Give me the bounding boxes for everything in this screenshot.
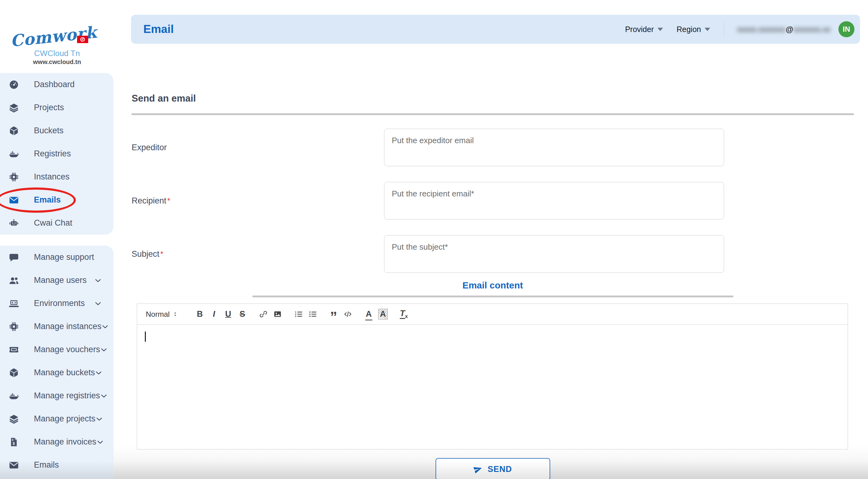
send-row: SEND [132, 458, 854, 479]
region-dropdown-label: Region [677, 25, 701, 34]
svg-text:$: $ [13, 441, 15, 445]
toolbar-clean-button[interactable]: Tx [397, 307, 411, 321]
section-title: Send an email [132, 93, 854, 104]
expeditor-label: Expeditor [132, 143, 384, 152]
robot-icon [9, 218, 19, 229]
subject-input[interactable] [384, 235, 724, 273]
user-email: xxxxx.xxxxxxx @ xxxxxxx.xx [737, 25, 830, 34]
toolbar-blockquote-button[interactable]: ” [327, 307, 341, 321]
toolbar-underline-button[interactable]: U [221, 307, 235, 321]
sidebar-item-label: Registries [34, 149, 71, 159]
sidebar-item-label: Emails [34, 195, 61, 205]
sidebar-item-label: Manage users [34, 275, 87, 285]
sidebar-item-dashboard[interactable]: Dashboard [0, 73, 114, 96]
sidebar-item-label: Projects [34, 103, 64, 112]
sidebar-item-label: Environments [34, 299, 85, 308]
caret-down-icon [657, 28, 663, 31]
sidebar-item-manage-support[interactable]: Manage support [0, 246, 114, 269]
sidebar-admin-nav: Manage supportManage usersEnvironmentsMa… [0, 246, 114, 479]
toolbar-link-button[interactable] [256, 307, 270, 321]
sidebar-item-manage-registries[interactable]: Manage registries [0, 384, 114, 407]
required-asterisk: * [160, 250, 163, 258]
toolbar-background-button[interactable]: A [376, 307, 390, 321]
toolbar-color-button[interactable]: A [362, 307, 376, 321]
sidebar-item-manage-buckets[interactable]: Manage buckets [0, 361, 114, 384]
sidebar-item-manage-invoices[interactable]: $Manage invoices [0, 431, 114, 453]
rich-text-editor: NormalBIUS123”AATx [137, 304, 848, 449]
layers-icon [9, 103, 19, 113]
docker-icon [9, 149, 19, 159]
toolbar-list-ordered-button[interactable]: 123 [291, 307, 306, 321]
sidebar-item-label: Manage registries [34, 391, 100, 401]
svg-text:3: 3 [295, 315, 297, 318]
sidebar-item-label: Dashboard [34, 80, 74, 89]
toolbar-strike-button[interactable]: S [235, 307, 249, 321]
provider-dropdown[interactable]: Provider [625, 25, 663, 34]
main: Email Provider Region xxxxx.xxxxxxx @ xx… [114, 0, 868, 479]
chevron-down-icon [96, 415, 103, 423]
chevron-down-icon [95, 369, 102, 376]
laptop-code-icon [9, 298, 19, 309]
recipient-label: Recipient* [132, 196, 384, 206]
invoice-icon: $ [9, 437, 19, 447]
page: Comwork CWCloud Tn www.cwcloud.tn Dashbo… [0, 0, 868, 479]
chip-icon [9, 172, 19, 182]
sidebar-item-emails-admin[interactable]: Emails [0, 453, 114, 477]
editor-toolbar: NormalBIUS123”AATx [137, 304, 848, 325]
expeditor-input[interactable] [384, 129, 724, 166]
sidebar-item-registries[interactable]: Registries [0, 142, 114, 165]
avatar[interactable]: IN [838, 21, 855, 37]
sidebar-item-projects[interactable]: Projects [0, 96, 114, 119]
email-content-title: Email content [132, 280, 854, 290]
region-dropdown[interactable]: Region [677, 25, 710, 34]
brand-website: www.cwcloud.tn [0, 59, 114, 66]
dashboard-icon [9, 79, 19, 90]
format-selected-label: Normal [146, 310, 169, 319]
recipient-input[interactable] [384, 182, 724, 219]
sidebar-item-label: Manage buckets [34, 368, 95, 377]
format-selector[interactable]: Normal [146, 310, 178, 319]
toolbar-italic-button[interactable]: I [207, 307, 221, 321]
toolbar-image-button[interactable] [270, 307, 284, 321]
chevron-down-icon [94, 277, 102, 284]
brand-block[interactable]: Comwork CWCloud Tn www.cwcloud.tn [0, 0, 114, 73]
chevron-down-icon [100, 346, 107, 353]
sidebar-item-manage-projects[interactable]: Manage projects [0, 407, 114, 431]
sidebar-item-label: Emails [34, 460, 59, 470]
sidebar-item-buckets[interactable]: Buckets [0, 119, 114, 142]
subject-label: Subject* [132, 249, 384, 259]
user-email-blurred-left: xxxxx.xxxxxxx [737, 25, 785, 34]
send-button-label: SEND [488, 465, 512, 474]
header-divider [724, 22, 724, 37]
sidebar-primary-nav: DashboardProjectsBucketsRegistriesInstan… [0, 73, 114, 235]
send-button[interactable]: SEND [436, 458, 550, 479]
at-sign: @ [786, 25, 793, 34]
caret-updown-icon [173, 311, 178, 317]
form-row-expeditor: Expeditor [132, 129, 854, 166]
sidebar-item-emails[interactable]: Emails [0, 189, 114, 211]
sidebar-item-label: Cwai Chat [34, 218, 72, 228]
sidebar-item-manage-vouchers[interactable]: Manage vouchers [0, 338, 114, 361]
sidebar-item-label: Manage instances [34, 322, 101, 331]
sidebar-item-manage-instances[interactable]: Manage instances [0, 315, 114, 338]
docker-icon [9, 391, 19, 401]
sidebar-item-label: Manage projects [34, 414, 96, 423]
sidebar-item-label: Buckets [34, 126, 63, 135]
sidebar-item-label: Manage vouchers [34, 345, 100, 354]
users-icon [9, 275, 19, 286]
toolbar-code-block-button[interactable] [341, 307, 355, 321]
sidebar-item-manage-users[interactable]: Manage users [0, 269, 114, 292]
sidebar-item-cwai-chat[interactable]: Cwai Chat [0, 211, 114, 235]
toolbar-bold-button[interactable]: B [193, 307, 207, 321]
chat-icon [9, 252, 19, 263]
layers-icon [9, 414, 19, 424]
ticket-icon [9, 344, 19, 355]
chevron-down-icon [96, 438, 104, 446]
sidebar-item-label: Manage invoices [34, 437, 96, 447]
tunisia-flag-icon [77, 36, 88, 43]
toolbar-list-bullet-button[interactable] [306, 307, 320, 321]
sidebar-item-instances[interactable]: Instances [0, 165, 114, 189]
sidebar-item-environments[interactable]: Environments [0, 292, 114, 315]
sidebar-item-label: Manage support [34, 252, 94, 262]
email-content-editor[interactable] [137, 325, 848, 449]
